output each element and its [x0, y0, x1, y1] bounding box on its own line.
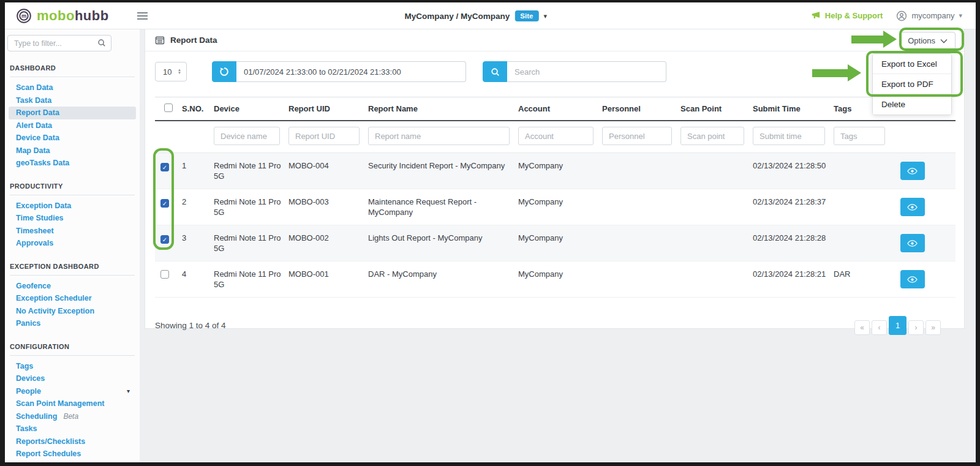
sidebar-item-time-studies[interactable]: Time Studies [9, 212, 136, 225]
column-header-account: Account [518, 97, 602, 121]
sidebar-item-scheduling[interactable]: SchedulingBeta [9, 410, 136, 423]
sidebar-item-no-activity-exception[interactable]: No Activity Exception [9, 305, 136, 318]
cell-tags [834, 225, 894, 261]
cell-submit-time: 02/13/2024 21:28:28 [753, 225, 834, 261]
column-header-device: Device [214, 97, 288, 121]
row-checkbox[interactable]: ✓ [160, 199, 169, 208]
filter-cell [518, 121, 602, 153]
sidebar-filter-input[interactable] [7, 35, 111, 51]
sidebar-item-alert-data[interactable]: Alert Data [9, 119, 136, 132]
sidebar-item-label: Reports/Checklists [16, 437, 85, 446]
filter-cell [288, 121, 368, 153]
pagination-button[interactable]: « [854, 320, 870, 335]
sidebar-item-report-data[interactable]: Report Data [9, 107, 136, 119]
date-range-input[interactable] [236, 61, 466, 82]
sidebar-item-report-schedules[interactable]: Report Schedules [9, 448, 136, 460]
sidebar-item-scan-point-management[interactable]: Scan Point Management [9, 397, 136, 410]
sidebar-item-label: Report Data [16, 108, 59, 118]
menu-item-export-to-pdf[interactable]: Export to PDF [873, 74, 951, 94]
page-size-select[interactable]: 10 ▲▼ [155, 62, 187, 81]
column-header-scan-point: Scan Point [680, 97, 753, 121]
search-icon [97, 39, 106, 50]
sidebar-item-reports-checklists[interactable]: Reports/Checklists [9, 435, 136, 448]
hamburger-menu-icon[interactable] [135, 8, 150, 24]
sidebar-item-task-data[interactable]: Task Data [9, 94, 136, 107]
options-button[interactable]: Options [900, 32, 956, 50]
row-checkbox[interactable]: ✓ [160, 235, 169, 244]
filter-input-report-uid[interactable] [288, 127, 360, 145]
search-input[interactable] [507, 61, 666, 82]
cell-scan-point [680, 153, 753, 189]
cell-scan-point [680, 225, 753, 261]
sidebar-item-timesheet[interactable]: Timesheet [9, 225, 136, 238]
user-menu[interactable]: mycompany ▾ [896, 10, 962, 21]
view-report-button[interactable] [900, 162, 925, 180]
site-selector[interactable]: MyCompany / MyCompany Site ▾ [405, 2, 547, 29]
filter-input-scan-point[interactable] [680, 127, 744, 145]
filter-input-tags[interactable] [834, 127, 885, 145]
view-report-button[interactable] [900, 234, 925, 252]
sidebar-sections: DASHBOARDScan DataTask DataReport DataAl… [5, 64, 140, 460]
table-row: ✓3Redmi Note 11 Pro 5GMOBO-002Lights Out… [155, 225, 956, 261]
sidebar-item-label: Geofence [16, 282, 51, 291]
sidebar-item-people[interactable]: People▾ [9, 385, 136, 398]
main-content: Report Data Options 10 ▲▼ [140, 29, 976, 462]
menu-item-delete[interactable]: Delete [873, 94, 951, 115]
filter-input-personnel[interactable] [602, 127, 672, 145]
row-checkbox[interactable] [160, 270, 169, 279]
sidebar-item-approvals[interactable]: Approvals [9, 237, 136, 250]
eye-icon [907, 239, 918, 247]
menu-item-export-to-excel[interactable]: Export to Excel [873, 54, 951, 74]
sidebar-item-devices[interactable]: Devices [9, 372, 136, 385]
filter-input-submit-time[interactable] [753, 127, 825, 145]
sidebar-section-title: DASHBOARD [5, 64, 140, 72]
view-report-button[interactable] [900, 270, 925, 288]
cell-report-uid: MOBO-002 [288, 225, 368, 261]
report-table: S.NO.DeviceReport UIDReport NameAccountP… [155, 97, 956, 298]
sidebar-item-panics[interactable]: Panics [9, 317, 136, 330]
table-row: ✓1Redmi Note 11 Pro 5GMOBO-004Security I… [155, 153, 956, 189]
sidebar-item-scan-data[interactable]: Scan Data [9, 81, 136, 94]
brand-logo[interactable]: m mobohubb [16, 8, 109, 24]
page-title: Report Data [170, 36, 217, 45]
sidebar-item-label: Devices [16, 374, 45, 383]
checkbox-cell [155, 261, 182, 298]
megaphone-icon [811, 11, 821, 20]
column-header-report-name: Report Name [368, 97, 518, 121]
pagination-button[interactable]: › [908, 320, 924, 335]
sidebar-item-label: Panics [16, 319, 40, 328]
sidebar-item-exception-scheduler[interactable]: Exception Scheduler [9, 292, 136, 305]
table-header-row: S.NO.DeviceReport UIDReport NameAccountP… [155, 97, 956, 121]
showing-count: Showing 1 to 4 of 4 [155, 321, 226, 330]
app-window: m mobohubb MyCompany / MyCompany Site ▾ … [5, 2, 976, 462]
filter-input-device-name[interactable] [214, 127, 280, 145]
refresh-button[interactable] [212, 61, 236, 82]
sidebar-item-label: Approvals [16, 239, 53, 248]
row-checkbox[interactable]: ✓ [160, 163, 169, 171]
sidebar-item-label: Tags [16, 362, 33, 371]
sidebar-item-label: Report Schedules [16, 449, 81, 459]
sidebar-item-geofence[interactable]: Geofence [9, 280, 136, 293]
pagination-button[interactable]: » [925, 320, 941, 335]
eye-icon [907, 276, 918, 284]
report-data-card: Report Data Options 10 ▲▼ [145, 29, 965, 329]
view-report-button[interactable] [900, 198, 925, 216]
select-all-checkbox[interactable] [164, 103, 173, 112]
filter-input-report-name[interactable] [368, 127, 510, 145]
sidebar-item-label: Time Studies [16, 214, 64, 223]
pagination-button[interactable]: 1 [889, 316, 907, 335]
help-support-link[interactable]: Help & Support [811, 11, 883, 20]
pagination-button[interactable]: ‹ [872, 320, 887, 335]
sidebar-item-tasks[interactable]: Tasks [9, 423, 136, 435]
sidebar-item-tags[interactable]: Tags [9, 360, 136, 373]
sidebar-item-map-data[interactable]: Map Data [9, 145, 136, 157]
sidebar-item-geotasks-data[interactable]: geoTasks Data [9, 157, 136, 170]
sidebar-item-exception-data[interactable]: Exception Data [9, 200, 136, 212]
sidebar-item-device-data[interactable]: Device Data [9, 132, 136, 145]
cell-account: MyCompany [518, 189, 602, 225]
sidebar-item-label: People [16, 387, 41, 396]
filter-input-account[interactable] [518, 127, 594, 145]
cell-report-name: Security Incident Report - MyCompany [368, 153, 518, 189]
cell-sno: 2 [182, 189, 214, 225]
search-button[interactable] [483, 61, 507, 82]
